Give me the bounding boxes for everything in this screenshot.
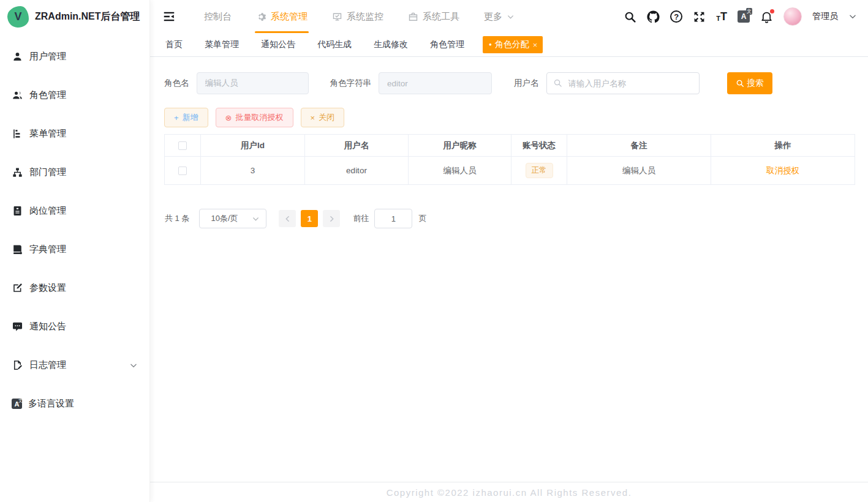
sidebar-item-label: 角色管理: [29, 89, 66, 101]
search-button-label: 搜索: [747, 78, 764, 89]
sidebar-item-user-mgmt[interactable]: 用户管理: [0, 37, 149, 76]
chevron-down-icon: [507, 13, 515, 21]
tab-role-mgmt[interactable]: 角色管理: [430, 39, 464, 50]
active-tab-dot: ●: [489, 42, 492, 47]
user-table: 用户Id 用户名 用户昵称 账号状态 备注 操作 3 editor 编辑人员 正…: [164, 134, 855, 185]
notification-badge: [770, 9, 774, 13]
page-unit-label: 页: [418, 213, 426, 224]
briefcase-icon: [408, 12, 418, 22]
sidebar-item-notice[interactable]: 通知公告: [0, 307, 149, 346]
tab-code-gen[interactable]: 代码生成: [317, 39, 352, 50]
translate-icon-wen: 文: [746, 8, 752, 15]
avatar[interactable]: [783, 7, 802, 26]
chevron-right-icon: [328, 215, 336, 223]
close-button[interactable]: × 关闭: [301, 108, 345, 127]
username-input-wrap: [546, 72, 700, 94]
search-icon[interactable]: [624, 10, 636, 23]
col-header-actions: 操作: [711, 135, 855, 157]
cell-username: editor: [305, 157, 409, 185]
translate-icon[interactable]: A文: [738, 10, 750, 23]
notifications-bell[interactable]: [760, 10, 773, 23]
copyright-text: Copyright ©2022 izhaorui.cn All Rights R…: [387, 487, 632, 498]
tab-menu-mgmt[interactable]: 菜单管理: [205, 39, 239, 50]
nav-item-label: 系统工具: [423, 11, 459, 23]
chevron-down-icon[interactable]: [848, 12, 857, 21]
search-button[interactable]: 搜索: [727, 72, 772, 94]
help-icon-glyph: ?: [674, 12, 679, 21]
github-icon[interactable]: [647, 10, 660, 23]
log-icon: [12, 359, 23, 371]
page-content: 角色名 角色字符串 用户名 搜索 + 新增: [150, 57, 868, 482]
cell-actions: 取消授权: [711, 157, 855, 185]
username-input[interactable]: [546, 72, 700, 94]
message-icon: [12, 321, 23, 332]
row-checkbox[interactable]: [178, 167, 187, 175]
sidebar-item-dept-mgmt[interactable]: 部门管理: [0, 153, 149, 192]
add-button-label: 新增: [183, 112, 198, 123]
tab-role-assign[interactable]: ● 角色分配 ×: [483, 36, 543, 53]
nav-item-system-mgmt[interactable]: 系统管理: [244, 0, 320, 33]
font-size-small-glyph: T: [716, 15, 720, 22]
font-size-icon[interactable]: TT: [716, 11, 727, 22]
top-header: 控制台 系统管理 系统监控 系统工具 更多 ? TT: [150, 0, 868, 33]
page-size-value: 10条/页: [211, 213, 238, 224]
batch-cancel-auth-button[interactable]: ⊗ 批量取消授权: [216, 108, 293, 127]
close-tab-icon[interactable]: ×: [533, 40, 538, 50]
sidebar-item-log-mgmt[interactable]: 日志管理: [0, 346, 149, 384]
table-header-row: 用户Id 用户名 用户昵称 账号状态 备注 操作: [165, 135, 855, 157]
select-all-header: [165, 135, 201, 157]
cell-remark: 编辑人员: [567, 157, 711, 185]
nav-item-label: 控制台: [204, 11, 232, 23]
role-name-input[interactable]: [197, 72, 309, 94]
sidebar-item-param-settings[interactable]: 参数设置: [0, 269, 149, 307]
sidebar-item-role-mgmt[interactable]: 角色管理: [0, 76, 149, 114]
add-button[interactable]: + 新增: [164, 108, 208, 127]
sidebar-item-label: 通知公告: [29, 321, 66, 332]
col-header-remark: 备注: [567, 135, 711, 157]
goto-page-input[interactable]: [374, 209, 412, 228]
badge-icon: [12, 205, 23, 217]
tab-gen-edit[interactable]: 生成修改: [374, 39, 408, 50]
page-size-select[interactable]: 10条/页: [199, 209, 266, 228]
sidebar-item-post-mgmt[interactable]: 岗位管理: [0, 192, 149, 230]
prev-page-button[interactable]: [279, 210, 296, 227]
tab-notice[interactable]: 通知公告: [261, 39, 295, 50]
language-icon-wen: 文: [18, 398, 23, 404]
col-header-status: 账号状态: [511, 135, 567, 157]
sidebar-item-label: 字典管理: [29, 244, 66, 255]
current-page-button[interactable]: 1: [301, 210, 318, 227]
org-chart-icon: [12, 167, 23, 178]
collapse-sidebar-icon[interactable]: [162, 10, 176, 23]
chevron-down-icon: [129, 361, 138, 370]
cancel-auth-link[interactable]: 取消授权: [766, 166, 799, 175]
user-name[interactable]: 管理员: [812, 11, 838, 22]
nav-item-system-monitor[interactable]: 系统监控: [320, 0, 396, 33]
fullscreen-icon[interactable]: [693, 10, 706, 23]
sidebar-item-menu-mgmt[interactable]: 菜单管理: [0, 114, 149, 153]
sidebar-item-language-settings[interactable]: A文 多语言设置: [0, 384, 149, 423]
tab-home[interactable]: 首页: [165, 39, 183, 50]
role-key-input[interactable]: [379, 72, 492, 94]
cell-status: 正常: [511, 157, 567, 185]
table-toolbar: + 新增 ⊗ 批量取消授权 × 关闭: [164, 108, 855, 127]
select-all-checkbox[interactable]: [178, 141, 187, 150]
nav-item-label: 系统管理: [271, 11, 308, 23]
nav-item-console[interactable]: 控制台: [192, 0, 244, 33]
sidebar-item-dict-mgmt[interactable]: 字典管理: [0, 230, 149, 269]
sidebar-menu: 用户管理 角色管理 菜单管理 部门管理 岗位管理 字典管理 参数设置 通知公告: [0, 33, 149, 423]
next-page-button[interactable]: [323, 210, 340, 227]
app-title: ZRAdmin.NET后台管理: [35, 10, 140, 23]
sidebar-item-label: 参数设置: [29, 282, 66, 294]
nav-item-system-tools[interactable]: 系统工具: [396, 0, 472, 33]
menu-tree-icon: [12, 128, 23, 140]
sidebar-item-label: 用户管理: [29, 51, 66, 62]
role-name-label: 角色名: [164, 78, 189, 89]
nav-item-more[interactable]: 更多: [472, 0, 527, 33]
search-icon: [736, 79, 744, 88]
language-icon: A文: [12, 399, 22, 409]
help-icon[interactable]: ?: [670, 10, 682, 23]
pagination-total: 共 1 条: [165, 213, 189, 224]
logo-row[interactable]: V ZRAdmin.NET后台管理: [0, 0, 149, 33]
monitor-icon: [332, 12, 342, 22]
footer: Copyright ©2022 izhaorui.cn All Rights R…: [150, 482, 868, 502]
